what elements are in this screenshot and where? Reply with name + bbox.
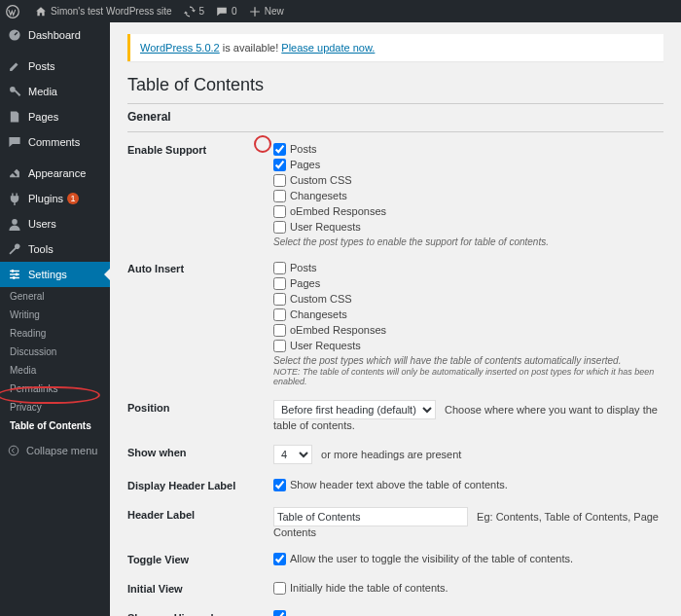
label-initial-view: Initial View	[127, 581, 273, 595]
notice-version-link[interactable]: WordPress 5.0.2	[140, 42, 220, 54]
auto-insert-checkbox-pages[interactable]	[273, 277, 286, 290]
sidebar-item-label: Dashboard	[28, 29, 81, 41]
settings-sub-privacy[interactable]: Privacy	[0, 398, 110, 417]
label-enable-support: Enable Support	[127, 142, 273, 156]
label-auto-insert: Auto Insert	[127, 261, 273, 274]
sidebar-item-plugins[interactable]: Plugins 1	[0, 186, 110, 211]
settings-sub-discussion[interactable]: Discussion	[0, 343, 110, 361]
auto-insert-option[interactable]: oEmbed Responses	[273, 323, 663, 338]
sidebar-item-label: Settings	[28, 269, 67, 280]
sidebar-item-posts[interactable]: Posts	[0, 54, 110, 79]
display-header-label-checkbox[interactable]	[273, 479, 286, 491]
settings-sub-reading[interactable]: Reading	[0, 324, 110, 343]
toggle-view-checkbox[interactable]	[273, 553, 286, 565]
sidebar-item-settings[interactable]: Settings	[0, 262, 110, 287]
auto-insert-option[interactable]: Changesets	[273, 308, 663, 322]
auto-insert-checkbox-user-requests[interactable]	[273, 340, 286, 352]
enable-support-checkbox-oembed[interactable]	[273, 205, 286, 218]
sidebar-item-label: Appearance	[28, 167, 86, 179]
svg-point-3	[12, 219, 18, 225]
enable-support-option[interactable]: Pages	[273, 158, 663, 172]
show-as-hierarchy-checkbox[interactable]	[273, 610, 286, 616]
settings-sub-general[interactable]: General	[0, 287, 110, 306]
enable-support-option[interactable]: Custom CSS	[273, 173, 663, 188]
sidebar-item-comments[interactable]: Comments	[0, 129, 110, 155]
collapse-menu[interactable]: Collapse menu	[0, 439, 110, 462]
display-header-label-option[interactable]: Show header text above the table of cont…	[273, 478, 663, 492]
auto-insert-note: NOTE: The table of contents will only be…	[273, 367, 663, 386]
enable-support-option[interactable]: Posts	[273, 142, 663, 157]
section-divider	[127, 103, 663, 104]
label-show-when: Show when	[127, 445, 273, 458]
updates-link[interactable]: 5	[178, 0, 211, 22]
row-auto-insert: Auto Insert Posts Pages Custom CSS Chang…	[127, 261, 663, 386]
collapse-label: Collapse menu	[26, 445, 97, 456]
svg-point-2	[10, 87, 16, 92]
updates-count: 5	[199, 6, 205, 17]
sidebar-item-media[interactable]: Media	[0, 79, 110, 104]
enable-support-checkbox-pages[interactable]	[273, 159, 286, 171]
auto-insert-desc: Select the post types which will have th…	[273, 355, 663, 366]
initial-view-checkbox[interactable]	[273, 582, 286, 595]
sidebar-item-label: Tools	[28, 243, 54, 255]
auto-insert-option[interactable]: Pages	[273, 276, 663, 291]
sidebar-item-label: Media	[28, 86, 57, 97]
row-header-label: Header Label Eg: Contents, Table of Cont…	[127, 507, 663, 538]
enable-support-checkbox-user-requests[interactable]	[273, 221, 286, 234]
sidebar-item-users[interactable]: Users	[0, 211, 110, 236]
notice-update-link[interactable]: Please update now.	[281, 42, 375, 54]
site-name-link[interactable]: Simon's test WordPress site	[29, 0, 178, 22]
enable-support-checkbox-custom-css[interactable]	[273, 174, 286, 187]
auto-insert-option[interactable]: User Requests	[273, 339, 663, 353]
comments-link[interactable]: 0	[210, 0, 243, 22]
auto-insert-option[interactable]: Posts	[273, 261, 663, 275]
auto-insert-option[interactable]: Custom CSS	[273, 292, 663, 307]
sidebar-item-tools[interactable]: Tools	[0, 236, 110, 262]
sidebar-item-label: Comments	[28, 136, 80, 148]
auto-insert-checkbox-oembed[interactable]	[273, 324, 286, 337]
settings-sub-table-of-contents[interactable]: Table of Contents	[0, 417, 110, 435]
label-display-header-label: Display Header Label	[127, 478, 273, 491]
row-toggle-view: Toggle View Allow the user to toggle the…	[127, 552, 663, 567]
initial-view-option[interactable]: Initially hide the table of contents.	[273, 581, 663, 596]
enable-support-desc: Select the post types to enable the supp…	[273, 236, 663, 247]
show-when-desc: or more headings are present	[321, 449, 461, 460]
wp-logo[interactable]	[0, 0, 29, 22]
sidebar-item-appearance[interactable]: Appearance	[0, 161, 110, 186]
svg-point-7	[12, 270, 15, 272]
settings-sub-permalinks[interactable]: Permalinks	[0, 380, 110, 398]
enable-support-option[interactable]: oEmbed Responses	[273, 204, 663, 219]
enable-support-checkbox-changesets[interactable]	[273, 190, 286, 202]
auto-insert-checkbox-custom-css[interactable]	[273, 293, 286, 306]
row-position: Position Before first heading (default) …	[127, 400, 663, 431]
sidebar-item-label: Posts	[28, 60, 55, 72]
enable-support-option[interactable]: User Requests	[273, 220, 663, 235]
row-show-when: Show when 4 or more headings are present	[127, 445, 663, 464]
enable-support-checkbox-posts[interactable]	[273, 143, 286, 156]
label-position: Position	[127, 400, 273, 414]
auto-insert-checkbox-posts[interactable]	[273, 262, 286, 274]
enable-support-option[interactable]: Changesets	[273, 189, 663, 203]
row-enable-support: Enable Support Posts Pages Custom CSS Ch…	[127, 142, 663, 247]
admin-sidebar: Dashboard Posts Media Pages Comments App…	[0, 22, 110, 616]
settings-sub-writing[interactable]: Writing	[0, 306, 110, 324]
admin-bar: Simon's test WordPress site 5 0 New	[0, 0, 681, 22]
update-notice: WordPress 5.0.2 is available! Please upd…	[127, 34, 663, 61]
sidebar-item-dashboard[interactable]: Dashboard	[0, 22, 110, 48]
toggle-view-option[interactable]: Allow the user to toggle the visibility …	[273, 552, 663, 566]
site-name-text: Simon's test WordPress site	[51, 6, 172, 17]
notice-text: is available!	[220, 42, 282, 54]
section-divider	[127, 131, 663, 132]
page-title: Table of Contents	[127, 75, 663, 95]
new-link[interactable]: New	[243, 0, 290, 22]
sidebar-item-pages[interactable]: Pages	[0, 104, 110, 129]
position-select[interactable]: Before first heading (default)	[273, 400, 436, 419]
settings-sub-media[interactable]: Media	[0, 361, 110, 380]
sidebar-item-label: Plugins	[28, 193, 63, 204]
comments-count: 0	[232, 6, 237, 17]
header-label-input[interactable]	[273, 507, 468, 526]
row-show-as-hierarchy: Show as Hierarchy	[127, 610, 663, 616]
auto-insert-checkbox-changesets[interactable]	[273, 308, 286, 321]
show-when-select[interactable]: 4	[273, 445, 312, 464]
svg-point-9	[13, 276, 16, 279]
